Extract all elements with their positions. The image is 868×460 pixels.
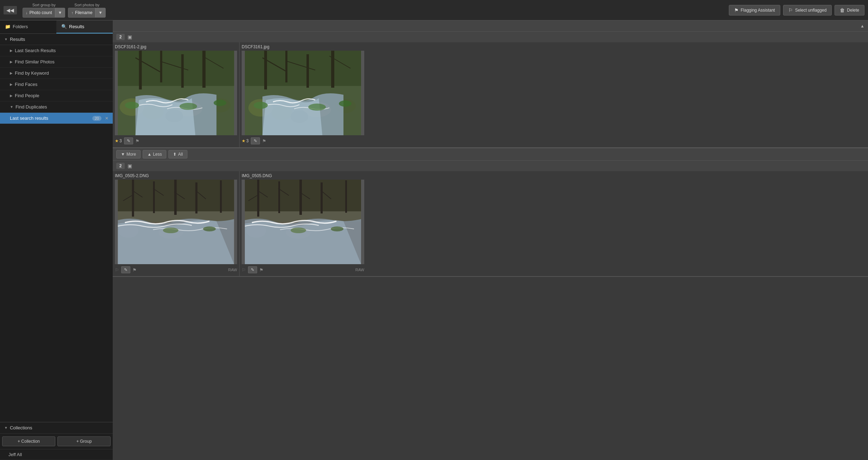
photo-2-1-image[interactable] — [115, 180, 237, 264]
dup-group-1-placeholder-icon: ▣ — [128, 34, 132, 40]
group-header-bar: ▲ — [113, 20, 868, 32]
dup-photo-1-2: DSCF3161.jpg — [240, 42, 366, 147]
photo-2-1-flag-icon[interactable]: ⚑ — [132, 267, 137, 273]
photo-2-2-image[interactable] — [242, 180, 364, 264]
svg-point-52 — [203, 226, 216, 231]
sort-photos-by-group: Sort photos by ↑ Filename ▼ — [68, 3, 106, 18]
collection-buttons-row: + Collection + Group — [0, 434, 113, 449]
sidebar-item-find-similar[interactable]: ▶ Find Similar Photos — [0, 56, 113, 68]
results-section: ▼ Results ▶ Last Search Results ▶ Find S… — [0, 34, 113, 124]
dup-group-1: 2 ▣ DSCF3161-2.jpg — [113, 32, 868, 148]
collection-item-jeff-all[interactable]: Jeff All — [0, 449, 113, 460]
svg-point-71 — [331, 226, 343, 231]
photo-1-1-flag-icon[interactable]: ⚑ — [135, 138, 140, 144]
collection-item-label: Jeff All — [8, 452, 22, 457]
photo-2-1-raw-label: RAW — [228, 268, 237, 272]
svg-rect-40 — [220, 180, 222, 213]
star-icon-2: ★ — [242, 138, 246, 143]
delete-button[interactable]: 🗑 Delete — [835, 5, 864, 15]
less-button[interactable]: ▲ Less — [143, 150, 166, 158]
photo-1-2-image[interactable] — [242, 51, 364, 135]
find-faces-chevron-icon: ▶ — [10, 82, 13, 86]
stream-svg-1 — [115, 51, 237, 135]
add-group-button[interactable]: + Group — [57, 436, 111, 446]
sidebar-item-find-duplicates[interactable]: ▼ Find Duplicates — [0, 101, 113, 113]
close-subitem-icon[interactable]: ✕ — [105, 116, 108, 121]
delete-label: Delete — [847, 8, 859, 13]
svg-rect-18 — [245, 51, 361, 86]
flagging-assistant-button[interactable]: ⚑ Flagging Assistant — [729, 5, 780, 15]
tab-results[interactable]: 🔍 Results — [56, 20, 113, 33]
dup-photos-row-1: DSCF3161-2.jpg — [113, 42, 868, 147]
photo-2-1-edit-btn[interactable]: ✎ — [121, 266, 130, 273]
find-duplicates-label: Find Duplicates — [16, 104, 47, 110]
sidebar-tabs: 📁 Folders 🔍 Results — [0, 20, 113, 34]
dup-group-2: 2 ▣ IMG_0505-2.DNG — [113, 161, 868, 277]
last-search-results-count: 20 — [92, 116, 101, 121]
sort-photos-value: Filename — [75, 10, 92, 15]
svg-point-29 — [308, 104, 326, 111]
photo-2-2-edit-btn[interactable]: ✎ — [248, 266, 257, 273]
sort-group-select-row[interactable]: ↓ Photo count ▼ — [23, 8, 65, 18]
collapse-group-icon[interactable]: ▲ — [860, 24, 864, 29]
photo-1-1-filename: DSCF3161-2.jpg — [115, 44, 237, 49]
more-button[interactable]: ▼ More — [116, 150, 141, 158]
select-unflagged-button[interactable]: ⚐ Select unflagged — [783, 5, 832, 15]
stream-svg-3 — [115, 180, 237, 264]
collections-section: ▼ Collections + Collection + Group Jeff … — [0, 422, 113, 460]
photo-2-1-unflag-icon[interactable]: ⚐ — [115, 267, 119, 273]
collections-header[interactable]: ▼ Collections — [0, 422, 113, 434]
tab-folders-label: Folders — [13, 24, 28, 29]
dup-group-2-header: 2 ▣ — [113, 161, 868, 171]
dup-photo-2-1: IMG_0505-2.DNG — [113, 171, 240, 276]
svg-rect-56 — [278, 181, 280, 213]
sidebar-subitem-last-search-results[interactable]: Last search results 20 ✕ — [0, 113, 113, 124]
results-section-header[interactable]: ▼ Results — [0, 34, 113, 45]
sort-group-dropdown-btn[interactable]: ▼ — [55, 8, 65, 17]
star-count-2: 3 — [246, 138, 249, 143]
svg-point-28 — [254, 102, 268, 109]
add-group-label: + Group — [76, 439, 92, 444]
photo-1-1-actions: ★ 3 ✎ ⚑ — [115, 137, 237, 145]
photo-2-2-raw-label: RAW — [355, 268, 364, 272]
photo-1-1-stars: ★ 3 — [115, 138, 122, 143]
sort-group-value: Photo count — [30, 10, 52, 15]
sidebar-item-find-keyword[interactable]: ▶ Find by Keyword — [0, 68, 113, 79]
svg-point-70 — [291, 228, 306, 233]
sidebar-item-last-search[interactable]: ▶ Last Search Results — [0, 45, 113, 56]
svg-rect-58 — [321, 182, 323, 213]
sidebar-item-find-faces[interactable]: ▶ Find Faces — [0, 79, 113, 90]
svg-rect-2 — [139, 51, 142, 89]
photo-1-2-flag-icon[interactable]: ⚑ — [262, 138, 266, 144]
svg-rect-22 — [331, 51, 334, 88]
sidebar-item-find-people[interactable]: ▶ Find People — [0, 90, 113, 101]
last-search-label: Last Search Results — [15, 48, 56, 53]
photo-1-2-edit-btn[interactable]: ✎ — [251, 137, 260, 144]
all-icon: ⬆ — [173, 152, 176, 157]
sort-group-by-group: Sort group by ↓ Photo count ▼ — [23, 3, 65, 18]
photo-1-2-filename: DSCF3161.jpg — [242, 44, 364, 49]
svg-rect-55 — [257, 180, 259, 217]
all-button[interactable]: ⬆ All — [168, 150, 187, 158]
find-duplicates-chevron-icon: ▼ — [10, 105, 13, 109]
find-faces-label: Find Faces — [15, 82, 37, 87]
photo-2-2-flag-icon[interactable]: ⚑ — [259, 267, 264, 273]
results-icon: 🔍 — [61, 24, 67, 29]
photo-1-2-stars: ★ 3 — [242, 138, 249, 143]
sort-photos-icon: ↑ — [71, 11, 73, 15]
sort-photos-select-row[interactable]: ↑ Filename ▼ — [68, 8, 106, 18]
photo-1-1-edit-btn[interactable]: ✎ — [124, 137, 133, 144]
sort-photos-dropdown-btn[interactable]: ▼ — [95, 8, 105, 17]
add-collection-button[interactable]: + Collection — [2, 436, 55, 446]
photo-2-1-filename: IMG_0505-2.DNG — [115, 173, 237, 178]
find-keyword-label: Find by Keyword — [15, 70, 49, 76]
svg-rect-36 — [132, 180, 134, 217]
tab-folders[interactable]: 📁 Folders — [0, 20, 56, 33]
add-collection-label: + Collection — [18, 439, 40, 444]
content-area: ▲ 2 ▣ DSCF3161-2.jpg — [113, 20, 868, 460]
nav-back-button[interactable]: ◀◀ — [4, 6, 17, 14]
photo-2-2-unflag-icon[interactable]: ⚐ — [242, 267, 246, 273]
photo-1-1-image[interactable] — [115, 51, 237, 135]
flagging-assistant-label: Flagging Assistant — [741, 8, 775, 13]
all-label: All — [178, 152, 182, 157]
